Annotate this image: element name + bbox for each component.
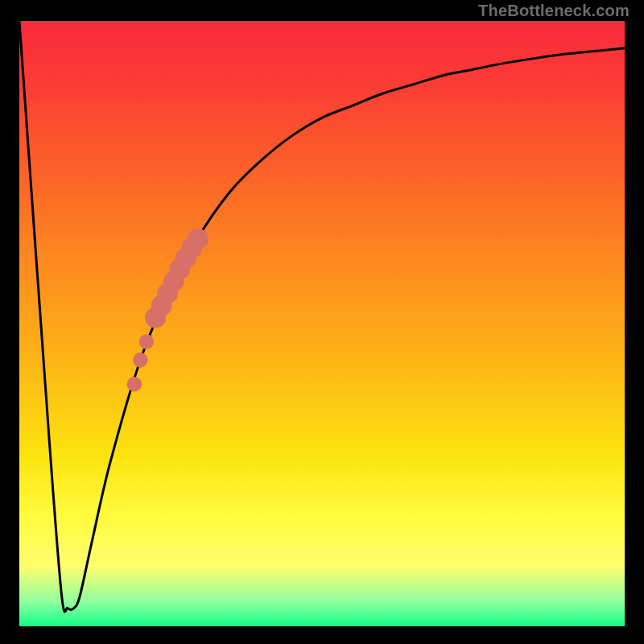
bottleneck-curve [19, 21, 625, 612]
svg-point-2 [139, 334, 155, 349]
svg-point-10 [188, 229, 208, 250]
plot-area [19, 21, 625, 626]
svg-point-0 [127, 377, 142, 392]
chart-svg [19, 21, 625, 626]
watermark-label: TheBottleneck.com [478, 2, 630, 20]
chart-frame: TheBottleneck.com [0, 0, 644, 644]
svg-point-1 [133, 353, 148, 368]
data-points [127, 229, 208, 392]
